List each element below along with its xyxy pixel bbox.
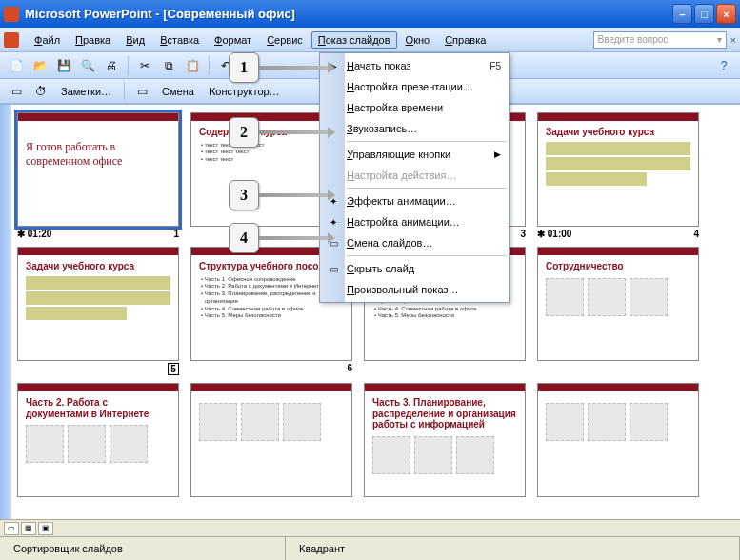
window-title: Microsoft PowerPoint - [Современный офис… xyxy=(25,7,672,21)
slide-number: 5 xyxy=(168,363,179,375)
callout-arrow-icon xyxy=(259,130,328,134)
menu-item[interactable]: ▭Скрыть слайд xyxy=(345,258,509,279)
transition-button[interactable]: Смена xyxy=(156,84,200,99)
callout-3: 3 xyxy=(229,180,328,210)
print-button[interactable]: 🖨 xyxy=(101,55,122,76)
slide-thumb[interactable]: Часть 3. Планирование, распределение и о… xyxy=(364,383,526,499)
callout-arrow-icon xyxy=(259,193,328,197)
menu-item[interactable]: Управляющие кнопки▶ xyxy=(345,144,509,165)
menu-icon xyxy=(326,100,341,115)
submenu-arrow-icon: ▶ xyxy=(494,150,501,159)
cut-button[interactable]: ✂ xyxy=(134,55,155,76)
slide-time: ✱ 01:00 xyxy=(537,229,571,239)
menu-label: Настройка анимации… xyxy=(347,216,501,228)
menu-item[interactable]: Звукозапись… xyxy=(345,118,509,139)
callout-number: 4 xyxy=(229,223,259,253)
menu-label: Начать показ xyxy=(347,60,490,71)
slide-time: ✱ 01:20 xyxy=(17,229,51,239)
callout-arrow-icon xyxy=(259,66,328,70)
slide-thumb[interactable]: Я готов работать в современном офисе✱ 01… xyxy=(17,112,179,239)
menu-сервис[interactable]: Сервис xyxy=(260,31,310,49)
menu-item[interactable]: Настройка времени xyxy=(345,97,509,118)
status-bar: Сортировщик слайдов Квадрант xyxy=(0,536,740,560)
menu-label: Произвольный показ… xyxy=(347,284,501,295)
menu-item[interactable]: ▭Смена слайдов… xyxy=(345,232,509,253)
menu-bar: ФайлПравкаВидВставкаФорматСервисПоказ сл… xyxy=(0,28,740,52)
menu-icon: ✦ xyxy=(326,214,341,230)
menu-вид[interactable]: Вид xyxy=(119,31,151,49)
slide-thumb[interactable] xyxy=(190,383,352,499)
menu-label: Настройка действия… xyxy=(347,170,501,181)
menu-label: Эффекты анимации… xyxy=(347,195,501,207)
menu-label: Скрыть слайд xyxy=(347,263,501,274)
slide-number: 3 xyxy=(520,229,526,239)
menu-item[interactable]: Произвольный показ… xyxy=(345,279,509,300)
menu-справка[interactable]: Справка xyxy=(438,31,492,49)
menu-item[interactable]: ✦Эффекты анимации… xyxy=(345,190,509,211)
title-bar: Microsoft PowerPoint - [Современный офис… xyxy=(0,0,740,28)
hide-slide-icon[interactable]: ▭ xyxy=(6,81,27,102)
chevron-down-icon: ▾ xyxy=(717,34,722,45)
menu-icon xyxy=(326,168,341,183)
status-left: Сортировщик слайдов xyxy=(0,537,286,560)
menu-label: Управляющие кнопки xyxy=(347,149,494,160)
permission-button[interactable]: 🔍 xyxy=(77,55,98,76)
slideshow-menu: ▶Начать показF5Настройка презентации…Нас… xyxy=(319,52,510,303)
open-button[interactable]: 📂 xyxy=(30,55,50,76)
slide-thumb[interactable]: Задачи учебного курса5 xyxy=(17,247,179,375)
slide-thumb[interactable]: Часть 2. Работа с документами в Интернет… xyxy=(17,383,179,499)
mdi-close-icon[interactable]: × xyxy=(730,34,736,46)
menu-icon xyxy=(326,79,341,94)
slide-number: 1 xyxy=(173,229,179,239)
shortcut: F5 xyxy=(490,61,501,71)
menu-формат[interactable]: Формат xyxy=(208,31,258,49)
save-button[interactable]: 💾 xyxy=(53,55,74,76)
view-buttons: ▭ ▦ ▣ xyxy=(0,519,740,536)
close-button[interactable]: × xyxy=(716,4,736,24)
menu-label: Смена слайдов… xyxy=(347,237,501,249)
menu-label: Настройка времени xyxy=(347,102,501,113)
menu-icon: ▭ xyxy=(326,261,341,276)
menu-item[interactable]: ▶Начать показF5 xyxy=(345,55,509,76)
new-button[interactable]: 📄 xyxy=(6,55,27,76)
copy-button[interactable]: ⧉ xyxy=(158,55,179,76)
menu-показ слайдов[interactable]: Показ слайдов xyxy=(311,31,397,49)
slide-number: 4 xyxy=(693,229,699,239)
help-button[interactable]: ? xyxy=(713,55,734,76)
slideshow-view-button[interactable]: ▣ xyxy=(38,522,53,535)
menu-вставка[interactable]: Вставка xyxy=(153,31,206,49)
menu-item[interactable]: ✦Настройка анимации… xyxy=(345,211,509,232)
callout-4: 4 xyxy=(229,223,328,253)
ask-placeholder: Введите вопрос xyxy=(598,34,669,45)
menu-label: Настройка презентации… xyxy=(347,81,501,92)
ask-question-box[interactable]: Введите вопрос ▾ xyxy=(593,31,727,49)
callout-number: 3 xyxy=(229,180,259,210)
callout-number: 1 xyxy=(229,52,259,83)
slide-thumb[interactable]: Сотрудничество xyxy=(537,247,699,375)
menu-правка[interactable]: Правка xyxy=(69,31,117,49)
transition-icon[interactable]: ▭ xyxy=(131,81,152,102)
menu-окно[interactable]: Окно xyxy=(399,31,437,49)
menu-icon xyxy=(326,282,341,297)
sorter-view-button[interactable]: ▦ xyxy=(21,522,36,535)
menu-item[interactable]: Настройка презентации… xyxy=(345,76,509,97)
minimize-button[interactable]: – xyxy=(672,4,692,24)
left-rail xyxy=(0,105,11,532)
menu-файл[interactable]: Файл xyxy=(28,31,67,49)
slide-thumb[interactable]: Задачи учебного курса✱ 01:004 xyxy=(537,112,699,239)
notes-button[interactable]: Заметки… xyxy=(55,84,117,99)
rehearse-icon[interactable]: ⏱ xyxy=(30,81,51,102)
maximize-button[interactable]: □ xyxy=(694,4,714,24)
paste-button[interactable]: 📋 xyxy=(182,55,203,76)
menu-item: Настройка действия… xyxy=(345,165,509,186)
doc-icon xyxy=(4,32,19,48)
slide-number: 6 xyxy=(347,363,352,373)
designer-button[interactable]: Конструктор… xyxy=(204,84,286,99)
menu-icon xyxy=(326,147,341,162)
normal-view-button[interactable]: ▭ xyxy=(4,522,19,535)
callout-arrow-icon xyxy=(259,236,328,240)
slide-thumb[interactable] xyxy=(537,383,699,499)
callout-number: 2 xyxy=(229,117,259,148)
status-center: Квадрант xyxy=(286,537,740,560)
callout-2: 2 xyxy=(229,117,328,148)
